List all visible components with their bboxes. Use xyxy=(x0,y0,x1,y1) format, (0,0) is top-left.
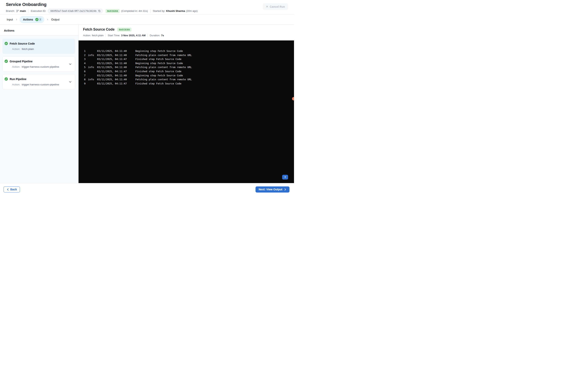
chevron-down-icon[interactable] xyxy=(69,63,72,66)
log-line-timestamp: 03/11/2025, 04:11:40 xyxy=(97,65,135,69)
log-line-number: 6 xyxy=(84,69,88,74)
chevron-right-icon: › xyxy=(16,18,17,21)
footer-bar: Back Next: View Output xyxy=(0,183,294,196)
log-line-number: 2 xyxy=(84,53,88,57)
log-line: 8info03/11/2025, 04:11:40Fetching plain … xyxy=(79,78,294,82)
log-line-timestamp: 03/11/2025, 04:11:47 xyxy=(97,69,135,74)
detail-start-label: Start Time: xyxy=(108,34,120,37)
log-lines: 103/11/2025, 04:11:40Beginning step Fetc… xyxy=(79,49,294,86)
back-button[interactable]: Back xyxy=(3,187,20,193)
log-line-message: Fetching plain content from remote URL xyxy=(135,78,294,82)
log-line-message: Finished step Fetch Source Code xyxy=(135,57,294,61)
detail-start-value: 3 Nov 2025, 4:11 AM xyxy=(121,34,146,37)
tab-actions[interactable]: Actions 3 xyxy=(20,16,44,23)
log-line-timestamp: 03/11/2025, 04:11:40 xyxy=(97,61,135,66)
execution-id-pill[interactable]: 660f50a7-5eef-43a6-9ff7-2a2179c3824b xyxy=(48,8,103,13)
tab-actions-label: Actions xyxy=(23,18,33,21)
chevron-down-icon[interactable] xyxy=(69,80,72,84)
log-line-timestamp: 03/11/2025, 04:11:40 xyxy=(97,78,135,82)
check-circle-icon xyxy=(4,77,8,81)
action-card-title: Grouped Pipeline xyxy=(10,60,33,63)
log-line-message: Finished step Fetch Source Code xyxy=(135,82,294,86)
log-line-message: Beginning step Fetch Source Code xyxy=(135,74,294,78)
detail-title: Fetch Source Code xyxy=(83,27,114,32)
divider xyxy=(150,9,150,13)
action-card[interactable]: Grouped Pipeline Action:trigger:harness-… xyxy=(2,56,75,72)
action-card[interactable]: Run Pipeline Action:trigger:harness-cust… xyxy=(2,74,75,89)
actions-sidebar: Actions Fetch Source Code Action:fetch:p… xyxy=(0,25,79,183)
log-line: 703/11/2025, 04:11:40Beginning step Fetc… xyxy=(79,74,294,78)
started-ago-text: (30m ago) xyxy=(186,9,197,12)
close-icon: ✕ xyxy=(266,5,268,8)
action-card[interactable]: Fetch Source Code Action:fetch:plain xyxy=(2,39,75,54)
check-circle-icon xyxy=(4,42,8,45)
next-button-label: Next: View Output xyxy=(259,188,282,191)
completed-in-text: (Completed in: 4m 31s) xyxy=(121,9,148,12)
cancel-run-button[interactable]: ✕ Cancel Run xyxy=(263,3,288,10)
tab-input[interactable]: Input xyxy=(6,18,13,21)
log-line-message: Finished step Fetch Source Code xyxy=(135,69,294,74)
action-list: Fetch Source Code Action:fetch:plain Gro… xyxy=(0,35,78,183)
action-card-title: Fetch Source Code xyxy=(10,42,35,45)
log-line-message: Fetching plain content from remote URL xyxy=(135,53,294,57)
back-button-label: Back xyxy=(10,188,17,191)
chevron-right-icon: › xyxy=(47,18,48,21)
log-line-level: info xyxy=(88,53,97,57)
content-area: Actions Fetch Source Code Action:fetch:p… xyxy=(0,25,294,183)
log-line-level xyxy=(88,57,97,61)
started-by-label: Started by: xyxy=(153,9,165,12)
log-line-level xyxy=(88,49,97,53)
log-line: 103/11/2025, 04:11:40Beginning step Fetc… xyxy=(79,49,294,53)
action-detail-panel: Fetch Source Code SUCCESS Action: fetch:… xyxy=(79,25,294,183)
detail-action-label: Action: xyxy=(83,34,91,37)
log-line: 303/11/2025, 04:11:47Finished step Fetch… xyxy=(79,57,294,61)
execution-meta-row: Branch: main Execution ID: 660f50a7-5eef… xyxy=(6,8,288,13)
git-branch-icon xyxy=(16,10,19,12)
detail-duration-label: Duration: xyxy=(150,34,160,37)
header: Service Onboarding Branch: main Executio… xyxy=(0,0,294,14)
log-line-timestamp: 03/11/2025, 04:11:40 xyxy=(97,74,135,78)
actions-count: 3 xyxy=(39,18,41,21)
sidebar-heading-row: Actions xyxy=(0,25,78,35)
next-view-output-button[interactable]: Next: View Output xyxy=(256,187,290,193)
log-console[interactable]: 103/11/2025, 04:11:40Beginning step Fetc… xyxy=(79,40,294,183)
started-by-value: Khushi Sharma xyxy=(166,9,185,12)
cancel-run-label: Cancel Run xyxy=(270,5,285,8)
branch-label: Branch: xyxy=(6,9,15,12)
branch-value: main xyxy=(20,9,26,12)
action-card-title: Run Pipeline xyxy=(10,78,26,81)
log-line-timestamp: 03/11/2025, 04:11:40 xyxy=(97,49,135,53)
log-line: 903/11/2025, 04:11:47Finished step Fetch… xyxy=(79,82,294,86)
detail-meta-row: Action: fetch:plain Start Time: 3 Nov 20… xyxy=(83,34,294,37)
notification-dot[interactable] xyxy=(292,97,294,100)
scroll-to-top-button[interactable] xyxy=(282,175,288,180)
detail-duration-value: 7s xyxy=(161,34,164,37)
chevron-right-icon xyxy=(284,188,286,191)
log-line-number: 4 xyxy=(84,61,88,66)
tab-output[interactable]: Output xyxy=(51,18,60,21)
detail-status-badge: SUCCESS xyxy=(117,28,131,32)
log-line-timestamp: 03/11/2025, 04:11:47 xyxy=(97,57,135,61)
log-line-number: 9 xyxy=(84,82,88,86)
log-line-level xyxy=(88,74,97,78)
log-line-level: info xyxy=(88,78,97,82)
status-badge: SUCCESS xyxy=(105,9,120,13)
log-line-message: Fetching plain content from remote URL xyxy=(135,65,294,69)
log-line: 2info03/11/2025, 04:11:40Fetching plain … xyxy=(79,53,294,57)
page-title: Service Onboarding xyxy=(6,2,288,7)
actions-count-pill: 3 xyxy=(35,17,42,21)
execution-id-value: 660f50a7-5eef-43a6-9ff7-2a2179c3824b xyxy=(50,9,96,12)
step-tabbar: Input › Actions 3 › Output xyxy=(0,14,294,25)
log-line: 403/11/2025, 04:11:40Beginning step Fetc… xyxy=(79,61,294,66)
copy-icon[interactable] xyxy=(98,10,101,12)
log-line-timestamp: 03/11/2025, 04:11:40 xyxy=(97,53,135,57)
service-onboarding-app: Service Onboarding Branch: main Executio… xyxy=(0,0,294,196)
log-line-level: info xyxy=(88,65,97,69)
log-line-level xyxy=(88,82,97,86)
log-line-number: 5 xyxy=(84,65,88,69)
detail-header: Fetch Source Code SUCCESS Action: fetch:… xyxy=(79,25,294,40)
action-card-meta: Action:fetch:plain xyxy=(12,48,72,51)
log-line-number: 3 xyxy=(84,57,88,61)
log-line: 5info03/11/2025, 04:11:40Fetching plain … xyxy=(79,65,294,69)
arrow-up-icon xyxy=(284,176,287,179)
